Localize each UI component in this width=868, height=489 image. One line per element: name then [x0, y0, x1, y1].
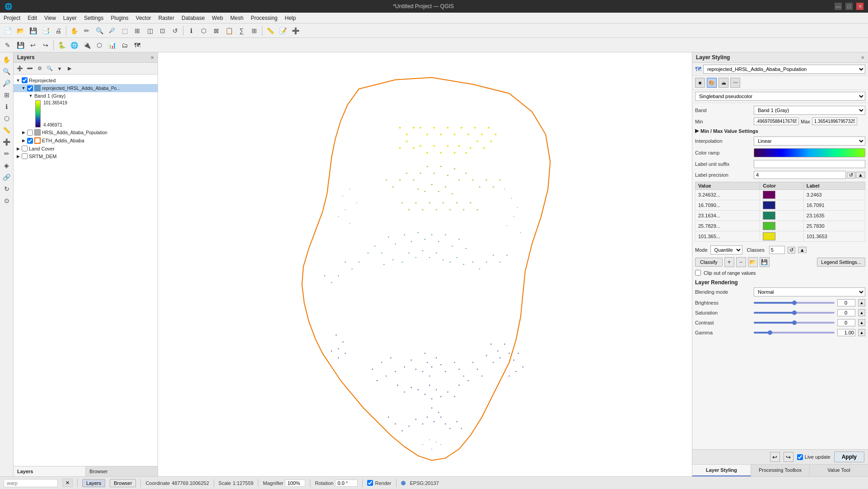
digitize-tool-btn[interactable]: ✏	[1, 148, 12, 159]
color-cell[interactable]	[760, 231, 804, 242]
print-button[interactable]: 🖨	[52, 25, 64, 37]
layers-panel-close-button[interactable]: ✕	[150, 55, 154, 60]
blending-mode-select[interactable]: Normal	[754, 287, 865, 296]
layer-srtm-checkbox[interactable]	[22, 153, 28, 159]
menu-settings[interactable]: Settings	[80, 14, 107, 22]
rotate-tool-btn[interactable]: ↻	[1, 183, 12, 194]
undo-styling-btn[interactable]: ↩	[770, 452, 780, 462]
menu-processing[interactable]: Processing	[247, 14, 281, 22]
3d-map-button[interactable]: 🗺	[131, 39, 143, 51]
expand-all-btn[interactable]: ▼	[55, 64, 64, 73]
clip-checkbox[interactable]	[695, 270, 701, 276]
layer-hrsl-original[interactable]: ▶ HRSL_Addis_Ababa_Population	[14, 128, 158, 136]
layout-button[interactable]: 📊	[106, 39, 118, 51]
pseudocolor-icon[interactable]: 🎨	[707, 78, 717, 88]
apply-button[interactable]: Apply	[834, 451, 864, 462]
saturation-up-btn[interactable]: ▲	[858, 309, 865, 316]
color-swatch[interactable]	[763, 191, 775, 199]
zoom-out-tool-btn[interactable]: 🔎	[1, 78, 12, 89]
zoom-in-button[interactable]: 🔍	[93, 25, 105, 37]
render-checkbox[interactable]	[367, 480, 373, 486]
renderer-type-select[interactable]: Singleband pseudocolor	[695, 92, 865, 101]
layers-bottom-tab[interactable]: Layers	[82, 479, 105, 487]
menu-vector[interactable]: Vector	[132, 14, 155, 22]
save-as-button[interactable]: 📑	[40, 25, 51, 37]
measure-button[interactable]: 📏	[264, 25, 276, 37]
select-button[interactable]: ⬡	[198, 25, 210, 37]
search-clear-btn[interactable]: ✕	[62, 479, 73, 487]
toggle-edit-button[interactable]: ✎	[2, 39, 14, 51]
menu-edit[interactable]: Edit	[24, 14, 41, 22]
interpolation-select[interactable]: Linear	[754, 136, 865, 146]
mode-select[interactable]: Quantile	[710, 245, 742, 254]
map-canvas[interactable]	[158, 52, 692, 476]
hillshade-icon[interactable]: ⛰	[719, 78, 728, 88]
browser-bottom-tab[interactable]: Browser	[110, 479, 136, 487]
vertex-tool-btn[interactable]: ◈	[1, 160, 12, 171]
brightness-input[interactable]	[837, 299, 855, 306]
contours-icon[interactable]: 〰	[730, 78, 740, 88]
layer-group-reprojected-checkbox[interactable]	[22, 77, 28, 83]
layer-eth-checkbox[interactable]	[27, 138, 33, 144]
saturation-input[interactable]	[837, 309, 855, 316]
measure-tool-btn[interactable]: 📏	[1, 125, 12, 136]
classes-up-btn[interactable]: ▲	[798, 247, 807, 253]
save-edits-button[interactable]: 💾	[14, 39, 26, 51]
live-update-checkbox[interactable]	[797, 454, 803, 460]
color-cell[interactable]	[760, 211, 804, 221]
layers-tab[interactable]: Layers	[14, 466, 86, 476]
browser-button[interactable]: 🌐	[68, 39, 80, 51]
color-swatch[interactable]	[763, 212, 775, 220]
layer-srtm-dem[interactable]: ▶ SRTM_DEM	[14, 152, 158, 160]
identify-tool-btn[interactable]: ℹ	[1, 101, 12, 112]
color-cell[interactable]	[760, 200, 804, 211]
snap-tool-btn[interactable]: 🔗	[1, 172, 12, 183]
precision-reset-btn[interactable]: ↺	[847, 172, 855, 179]
pan-button[interactable]: ✋	[68, 25, 80, 37]
annotation-button[interactable]: 📝	[277, 25, 289, 37]
menu-web[interactable]: Web	[208, 14, 226, 22]
contrast-handle[interactable]	[792, 320, 797, 325]
pan-tool-btn[interactable]: ✋	[1, 54, 12, 65]
zoom-full-button[interactable]: ⊞	[131, 25, 143, 37]
save-button[interactable]: 💾	[27, 25, 39, 37]
scale-tool-btn[interactable]: ⊙	[1, 195, 12, 206]
contrast-input[interactable]	[837, 319, 855, 326]
zoom-box-button[interactable]: ⬚	[119, 25, 131, 37]
color-ramp-bar[interactable]	[754, 148, 865, 157]
identify-button[interactable]: ℹ	[185, 25, 197, 37]
remove-layer-btn[interactable]: ➖	[25, 64, 34, 73]
color-swatch[interactable]	[763, 222, 775, 230]
layer-name-dropdown[interactable]: reprojected_HRSL_Addis_Ababa_Population	[703, 65, 865, 74]
menu-database[interactable]: Database	[178, 14, 208, 22]
add-class-btn[interactable]: +	[724, 257, 734, 267]
menu-project[interactable]: Project	[0, 14, 24, 22]
brightness-handle[interactable]	[792, 301, 797, 305]
layer-reprojected-hrsl-checkbox[interactable]	[27, 85, 33, 91]
color-cell[interactable]	[760, 190, 804, 200]
gamma-up-btn[interactable]: ▲	[858, 329, 865, 336]
contrast-up-btn[interactable]: ▲	[858, 319, 865, 326]
search-input[interactable]	[4, 479, 58, 487]
open-layer-properties-btn[interactable]: ⚙	[35, 64, 44, 73]
zoom-selection-button[interactable]: ⊡	[157, 25, 168, 37]
layer-hrsl-original-checkbox[interactable]	[27, 130, 33, 136]
classes-input[interactable]	[769, 246, 785, 254]
label-precision-input[interactable]	[754, 171, 846, 179]
digitize-button[interactable]: ✏	[81, 25, 93, 37]
min-input[interactable]	[754, 118, 799, 125]
filter-layers-btn[interactable]: 🔍	[45, 64, 54, 73]
select-tool-btn[interactable]: ⬡	[1, 113, 12, 124]
plugins-button[interactable]: 🔌	[81, 39, 93, 51]
layer-reprojected-hrsl[interactable]: ▼ reprojected_HRSL_Addis_Ababa_Po...	[14, 84, 158, 92]
menu-view[interactable]: View	[41, 14, 60, 22]
browser-tab[interactable]: Browser	[86, 466, 158, 476]
collapse-all-btn[interactable]: ▶	[65, 64, 74, 73]
layer-eth-addis-ababa[interactable]: ▶ ETH_Addis_Ababa	[14, 136, 158, 145]
attribute-table-button[interactable]: 📋	[223, 25, 235, 37]
add-layer-toolbar-btn[interactable]: ➕	[15, 64, 24, 73]
color-swatch[interactable]	[763, 201, 775, 209]
field-calculator-button[interactable]: ⊞	[248, 25, 260, 37]
layer-styling-close-btn[interactable]: ✕	[861, 55, 864, 60]
add-feature-button[interactable]: ➕	[289, 25, 301, 37]
